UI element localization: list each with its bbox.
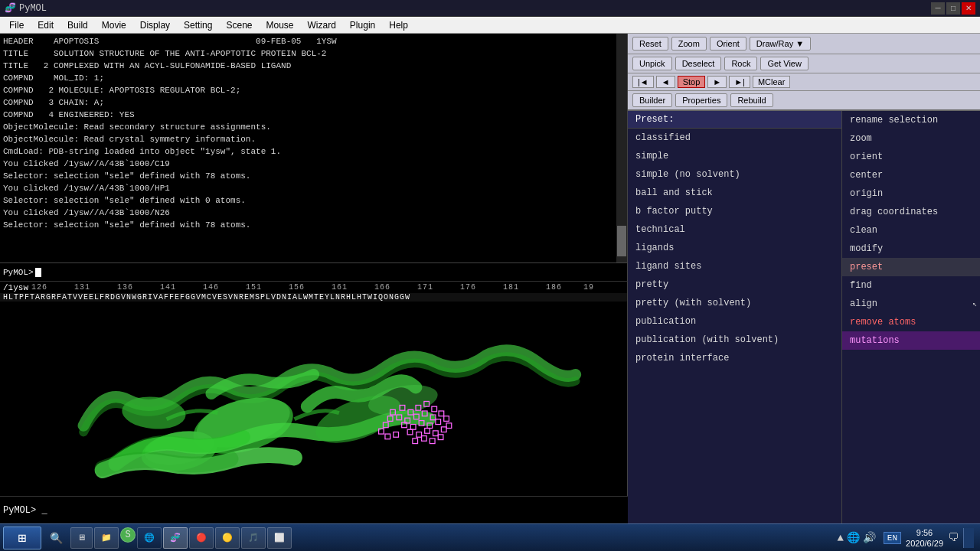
menu-help[interactable]: Help bbox=[383, 18, 414, 32]
taskbar-browser2[interactable]: 🌐 bbox=[137, 527, 162, 549]
deselect-button[interactable]: Deselect bbox=[675, 57, 722, 70]
menu-edit[interactable]: Edit bbox=[31, 18, 60, 32]
console-line: You clicked /1ysw//A/43B`1000/C19 bbox=[3, 158, 624, 170]
preset-publication[interactable]: publication bbox=[628, 312, 841, 331]
console-line: TITLE SOLUTION STRUCTURE OF THE ANTI-APO… bbox=[3, 47, 624, 60]
nav-play-button[interactable]: ► bbox=[707, 76, 727, 88]
unpick-button[interactable]: Unpick bbox=[632, 57, 672, 70]
action-align[interactable]: align ↖ bbox=[842, 295, 980, 313]
show-desktop-button[interactable] bbox=[963, 528, 974, 548]
preset-simple[interactable]: simple bbox=[628, 147, 841, 165]
scrollbar-thumb[interactable] bbox=[617, 226, 626, 256]
action-center[interactable]: center bbox=[842, 166, 980, 184]
preset-ball-and-stick[interactable]: ball and stick bbox=[628, 184, 841, 202]
system-clock: 9:56 2020/6/29 bbox=[906, 527, 943, 549]
console-line: TITLE 2 COMPLEXED WITH AN ACYL-SULFONAMI… bbox=[3, 60, 624, 72]
menu-setting[interactable]: Setting bbox=[178, 18, 218, 32]
action-find[interactable]: find bbox=[842, 276, 980, 295]
taskbar-app3[interactable]: ⬜ bbox=[267, 527, 292, 549]
preset-protein-interface[interactable]: protein interface bbox=[628, 349, 841, 367]
system-tray: ▲ 🌐 🔊 EN 9:56 2020/6/29 🗨 bbox=[828, 527, 980, 549]
action-origin[interactable]: origin bbox=[842, 184, 980, 203]
maximize-button[interactable]: □ bbox=[946, 2, 960, 15]
toolbar-row3-playback: |◄ ◄ Stop ► ►| MClear bbox=[628, 73, 980, 91]
search-button[interactable]: 🔍 bbox=[44, 528, 67, 548]
menu-wizard[interactable]: Wizard bbox=[302, 18, 342, 32]
notification-icon[interactable]: 🗨 bbox=[948, 532, 959, 544]
menu-movie[interactable]: Movie bbox=[96, 18, 132, 32]
language-badge[interactable]: EN bbox=[884, 532, 901, 544]
getview-button[interactable]: Get View bbox=[760, 57, 808, 70]
molecular-viewport[interactable] bbox=[0, 311, 628, 496]
menubar: File Edit Build Movie Display Setting Sc… bbox=[0, 17, 980, 34]
nav-stop-button[interactable]: Stop bbox=[678, 76, 706, 88]
action-remove-atoms[interactable]: remove atoms bbox=[842, 313, 980, 331]
preset-classified[interactable]: classified bbox=[628, 129, 841, 147]
taskbar-pymol[interactable]: 🧬 bbox=[163, 527, 188, 549]
console-line: ObjectMolecule: Read secondary structure… bbox=[3, 121, 624, 133]
preset-label: Preset: bbox=[635, 114, 674, 125]
taskbar-app1[interactable]: 🟡 bbox=[215, 527, 240, 549]
preset-ligand-sites[interactable]: ligand sites bbox=[628, 257, 841, 276]
builder-button[interactable]: Builder bbox=[632, 93, 672, 107]
sequence-residues: HLTPFTARGRFATVVEELFRDGVNWGRIVAFFEFGGVMCV… bbox=[0, 293, 627, 302]
nav-next-button[interactable]: ►| bbox=[729, 76, 750, 88]
preset-pretty-solvent[interactable]: pretty (with solvent) bbox=[628, 294, 841, 312]
tray-network[interactable]: 🌐 bbox=[847, 531, 860, 544]
zoom-button[interactable]: Zoom bbox=[671, 37, 707, 51]
action-modify[interactable]: modify bbox=[842, 240, 980, 258]
command-input-area: PyMOL> bbox=[0, 263, 628, 282]
taskbar-folder[interactable]: 📁 bbox=[94, 527, 119, 549]
nav-prev-button[interactable]: ◄ bbox=[656, 76, 675, 88]
start-button[interactable]: ⊞ bbox=[3, 527, 41, 549]
preset-simple-no-solvent[interactable]: simple (no solvent) bbox=[628, 165, 841, 184]
preset-ligands[interactable]: ligands bbox=[628, 239, 841, 257]
tray-expand[interactable]: ▲ bbox=[837, 532, 843, 544]
taskbar-app2[interactable]: 🎵 bbox=[241, 527, 266, 549]
drawray-button[interactable]: Draw/Ray ▼ bbox=[750, 37, 811, 51]
menu-build[interactable]: Build bbox=[61, 18, 94, 32]
toolbar-row4-builder: Builder Properties Rebuild bbox=[628, 91, 980, 111]
action-orient[interactable]: orient bbox=[842, 148, 980, 166]
action-zoom[interactable]: zoom bbox=[842, 129, 980, 148]
tray-volume[interactable]: 🔊 bbox=[863, 531, 876, 544]
bottom-prompt: PyMOL> bbox=[3, 505, 41, 516]
rebuild-button[interactable]: Rebuild bbox=[730, 93, 773, 107]
preset-publication-solvent[interactable]: publication (with solvent) bbox=[628, 331, 841, 349]
orient-button[interactable]: Orient bbox=[710, 37, 746, 51]
action-drag[interactable]: drag coordinates bbox=[842, 203, 980, 221]
menu-mouse[interactable]: Mouse bbox=[260, 18, 299, 32]
preset-pretty[interactable]: pretty bbox=[628, 276, 841, 294]
action-rename[interactable]: rename selection bbox=[842, 111, 980, 129]
rock-button[interactable]: Rock bbox=[724, 57, 757, 70]
reset-button[interactable]: Reset bbox=[632, 37, 668, 51]
menu-plugin[interactable]: Plugin bbox=[344, 18, 381, 32]
menu-display[interactable]: Display bbox=[134, 18, 176, 32]
close-button[interactable]: ✕ bbox=[962, 2, 975, 15]
context-menus-area: Preset: classified simple simple (no sol… bbox=[628, 111, 980, 523]
console-line: COMPND 2 MOLECULE: APOPTOSIS REGULATOR B… bbox=[3, 84, 624, 96]
taskbar-items: 🖥 📁 S 🌐 🧬 🔴 🟡 🎵 ⬜ bbox=[67, 527, 828, 549]
nav-mclear-button[interactable]: MClear bbox=[753, 76, 790, 88]
action-clean[interactable]: clean bbox=[842, 221, 980, 240]
sequence-bar: /1ysw 126 131 136 141 146 151 156 161 16… bbox=[0, 282, 628, 311]
console-line: CmdLoad: PDB-string loaded into object "… bbox=[3, 145, 624, 158]
minimize-button[interactable]: ─ bbox=[931, 2, 945, 15]
console-line: COMPND 4 ENGINEERED: YES bbox=[3, 109, 624, 121]
cursor-indicator: _ bbox=[41, 505, 47, 516]
nav-first-button[interactable]: |◄ bbox=[632, 76, 654, 88]
console-line: COMPND MOL_ID: 1; bbox=[3, 72, 624, 84]
menu-scene[interactable]: Scene bbox=[220, 18, 258, 32]
preset-technical[interactable]: technical bbox=[628, 220, 841, 239]
action-mutations[interactable]: mutations bbox=[842, 331, 980, 350]
taskbar-other[interactable]: 🔴 bbox=[189, 527, 214, 549]
bottom-command-area[interactable]: PyMOL> _ bbox=[0, 496, 628, 523]
console-scrollbar[interactable] bbox=[616, 34, 627, 262]
preset-b-factor-putty[interactable]: b factor putty bbox=[628, 202, 841, 220]
taskbar-explorer[interactable]: 🖥 bbox=[70, 527, 93, 549]
properties-button[interactable]: Properties bbox=[675, 93, 727, 107]
action-preset[interactable]: preset bbox=[842, 258, 980, 276]
menu-file[interactable]: File bbox=[3, 18, 30, 32]
taskbar-browser1[interactable]: S bbox=[120, 527, 136, 543]
right-panel: Reset Zoom Orient Draw/Ray ▼ Unpick Dese… bbox=[628, 34, 980, 523]
